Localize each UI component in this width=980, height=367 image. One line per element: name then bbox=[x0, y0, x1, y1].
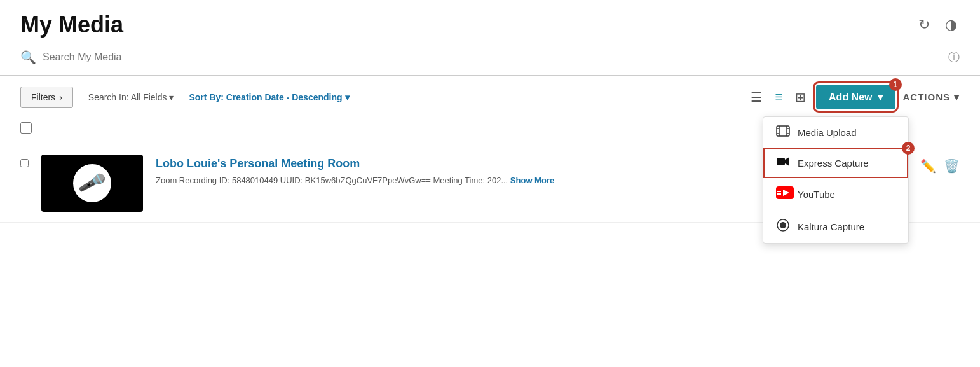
svg-marker-8 bbox=[785, 157, 789, 166]
search-bar: 🔍 ⓘ bbox=[20, 50, 960, 65]
list-view-button[interactable]: ≡ bbox=[772, 87, 785, 107]
show-more-link[interactable]: Show More bbox=[510, 176, 554, 185]
express-capture-label: Express Capture bbox=[798, 158, 869, 169]
sort-by-dropdown[interactable]: Sort By: Creation Date - Descending ▾ bbox=[189, 92, 349, 102]
thumbnail-icon: 🎤 bbox=[73, 164, 111, 202]
grid-view-button[interactable]: ⊞ bbox=[793, 87, 808, 107]
record-icon bbox=[776, 219, 790, 235]
media-row-actions: ✏️ 🗑️ bbox=[920, 155, 960, 174]
controls-row: Filters › Search In: All Fields ▾ Sort B… bbox=[0, 76, 980, 114]
svg-rect-11 bbox=[777, 191, 781, 192]
add-new-badge: 1 bbox=[889, 78, 902, 91]
page-title: My Media bbox=[20, 11, 123, 38]
select-all-checkbox[interactable] bbox=[20, 122, 32, 134]
search-input[interactable] bbox=[43, 52, 960, 63]
actions-button[interactable]: ACTIONS ▾ bbox=[903, 92, 960, 103]
dropdown-item-express-capture[interactable]: Express Capture 2 bbox=[763, 148, 908, 178]
list-icon: ≡ bbox=[775, 90, 782, 104]
svg-rect-7 bbox=[777, 158, 785, 165]
refresh-button[interactable]: ↻ bbox=[916, 14, 932, 36]
compact-list-icon: ☰ bbox=[751, 90, 762, 104]
media-thumbnail: 🎤 bbox=[41, 155, 143, 212]
dropdown-item-youtube[interactable]: YouTube bbox=[763, 178, 908, 211]
svg-point-14 bbox=[780, 222, 786, 228]
dropdown-item-kaltura-capture[interactable]: Kaltura Capture bbox=[763, 211, 908, 243]
top-icons-area: ↻ ◑ bbox=[916, 14, 960, 36]
grid-icon: ⊞ bbox=[795, 90, 806, 104]
list-view-compact-button[interactable]: ☰ bbox=[748, 87, 765, 107]
youtube-label: YouTube bbox=[798, 189, 835, 200]
search-in-arrow-icon: ▾ bbox=[169, 92, 174, 102]
add-new-arrow-icon: ▾ bbox=[878, 91, 883, 103]
contrast-button[interactable]: ◑ bbox=[943, 14, 960, 36]
edit-media-button[interactable]: ✏️ bbox=[920, 158, 936, 174]
express-capture-badge: 2 bbox=[902, 142, 915, 155]
search-bar-area: 🔍 ⓘ bbox=[0, 45, 980, 76]
search-info-icon[interactable]: ⓘ bbox=[948, 50, 960, 65]
film-icon bbox=[776, 125, 790, 140]
media-item-checkbox[interactable] bbox=[20, 159, 29, 167]
dropdown-item-media-upload[interactable]: Media Upload bbox=[763, 117, 908, 148]
search-in-dropdown[interactable]: Search In: All Fields ▾ bbox=[88, 92, 174, 102]
right-controls: ☰ ≡ ⊞ Add New ▾ 1 ACTIONS ▾ bbox=[748, 85, 960, 109]
add-new-dropdown-menu: Media Upload Express Capture 2 bbox=[763, 116, 909, 244]
refresh-icon: ↻ bbox=[918, 17, 930, 32]
add-new-button[interactable]: Add New ▾ 1 bbox=[816, 85, 895, 109]
media-upload-label: Media Upload bbox=[798, 127, 857, 138]
media-item-checkbox-area bbox=[20, 155, 29, 170]
mic-slash-icon: 🎤 bbox=[77, 168, 107, 198]
filters-label: Filters bbox=[31, 92, 55, 102]
top-bar: My Media ↻ ◑ bbox=[0, 0, 980, 45]
svg-rect-0 bbox=[777, 126, 789, 136]
actions-label: ACTIONS bbox=[903, 92, 951, 102]
sort-arrow-icon: ▾ bbox=[345, 92, 350, 102]
filters-arrow-icon: › bbox=[59, 92, 62, 102]
left-controls: Filters › Search In: All Fields ▾ Sort B… bbox=[20, 87, 350, 108]
video-camera-icon bbox=[776, 156, 790, 170]
delete-media-button[interactable]: 🗑️ bbox=[944, 158, 960, 174]
kaltura-capture-label: Kaltura Capture bbox=[798, 221, 864, 232]
add-new-label: Add New bbox=[829, 92, 872, 103]
actions-arrow-icon: ▾ bbox=[954, 92, 960, 103]
search-icon: 🔍 bbox=[20, 50, 36, 65]
youtube-icon bbox=[776, 186, 790, 202]
filters-button[interactable]: Filters › bbox=[20, 87, 73, 108]
contrast-icon: ◑ bbox=[945, 17, 957, 32]
svg-rect-12 bbox=[777, 193, 781, 195]
